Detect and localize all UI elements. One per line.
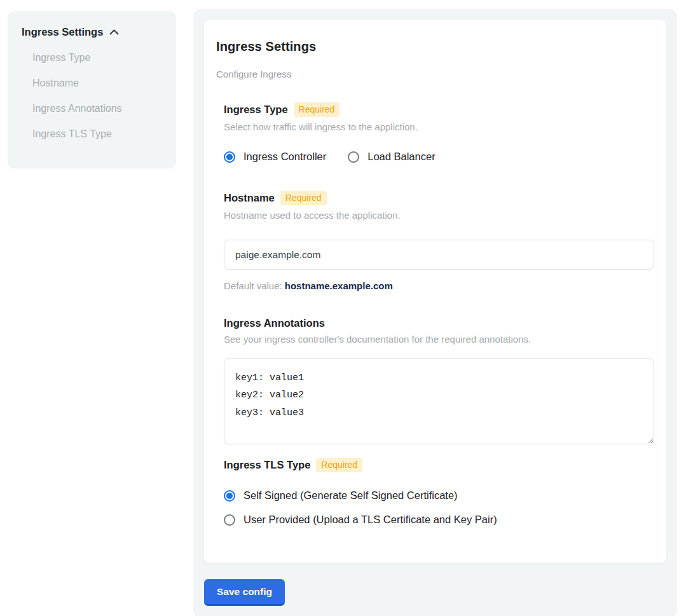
radio-icon[interactable] [224,514,235,526]
sidebar-nav: Ingress Type Hostname Ingress Annotation… [22,45,163,147]
page: Ingress Settings Ingress Type Hostname I… [0,0,693,616]
ingress-type-radio-group: Ingress Controller Load Balancer [224,151,654,163]
hostname-description: Hostname used to access the application. [224,210,654,221]
hostname-input[interactable] [224,240,654,270]
ingress-tls-type-radio-group: Self Signed (Generate Self Signed Certif… [224,489,654,526]
ingress-annotations-description: See your ingress controller's documentat… [224,334,654,345]
section-hostname: Hostname Required Hostname used to acces… [224,191,654,291]
required-badge: Required [280,191,327,205]
section-ingress-annotations: Ingress Annotations See your ingress con… [224,317,654,444]
form-sections: Ingress Type Required Select how traffic… [224,102,654,526]
radio-option-load-balancer[interactable]: Load Balancer [348,151,435,163]
ingress-annotations-label: Ingress Annotations [224,317,325,329]
radio-option-ingress-controller[interactable]: Ingress Controller [224,151,326,163]
radio-label: Self Signed (Generate Self Signed Certif… [244,489,458,502]
ingress-type-description: Select how traffic will ingress to the a… [224,121,654,132]
radio-icon[interactable] [348,151,359,163]
radio-icon[interactable] [224,151,235,163]
ingress-tls-type-label: Ingress TLS Type [224,459,310,471]
radio-label: Load Balancer [367,151,435,163]
default-value: hostname.example.com [285,280,393,291]
sidebar-title: Ingress Settings [22,26,103,38]
sidebar-item-hostname[interactable]: Hostname [22,71,163,96]
radio-option-user-provided[interactable]: User Provided (Upload a TLS Certificate … [224,514,654,526]
radio-icon[interactable] [224,490,235,502]
radio-label: User Provided (Upload a TLS Certificate … [244,514,497,526]
page-subtitle: Configure Ingress [216,69,654,79]
chevron-up-icon [109,29,119,35]
sidebar-item-ingress-tls-type[interactable]: Ingress TLS Type [22,121,163,147]
sidebar: Ingress Settings Ingress Type Hostname I… [8,11,176,168]
radio-option-self-signed[interactable]: Self Signed (Generate Self Signed Certif… [224,489,654,502]
settings-card: Ingress Settings Configure Ingress Ingre… [204,20,666,563]
hostname-default-line: Default value:hostname.example.com [224,280,654,291]
required-badge: Required [294,102,340,117]
radio-label: Ingress Controller [244,151,326,163]
hostname-label: Hostname [224,192,275,204]
sidebar-section-toggle[interactable]: Ingress Settings [22,26,163,38]
ingress-type-label: Ingress Type [224,104,288,116]
section-ingress-tls-type: Ingress TLS Type Required Self Signed (G… [224,458,654,526]
page-title: Ingress Settings [216,39,654,54]
sidebar-item-ingress-type[interactable]: Ingress Type [22,45,163,71]
save-config-button[interactable]: Save config [204,579,285,606]
required-badge: Required [316,458,362,472]
section-ingress-type: Ingress Type Required Select how traffic… [224,102,654,163]
default-value-prefix: Default value: [224,280,282,291]
ingress-annotations-textarea[interactable]: key1: value1 key2: value2 key3: value3 [224,359,654,444]
sidebar-item-ingress-annotations[interactable]: Ingress Annotations [22,96,163,121]
settings-panel: Ingress Settings Configure Ingress Ingre… [193,9,677,616]
